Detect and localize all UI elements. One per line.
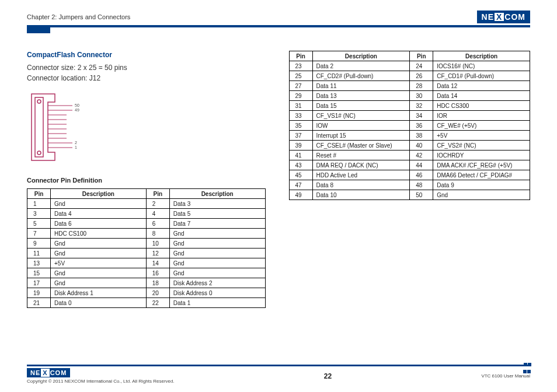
pin-cell: 45 xyxy=(289,170,312,180)
pin-cell: 48 xyxy=(410,180,433,190)
header-tab xyxy=(27,25,50,33)
pin-cell: 9 xyxy=(27,239,51,249)
pin-cell: 17 xyxy=(27,278,51,288)
logo-text-pre: NE xyxy=(482,12,494,22)
desc-cell: Disk Address 0 xyxy=(169,288,265,298)
desc-cell: Gnd xyxy=(169,239,265,249)
desc-cell: Data 7 xyxy=(169,219,265,229)
pin-cell: 2 xyxy=(146,199,169,209)
table-row: 25CF_CD2# (Pull-down)26CF_CD1# (Pull-dow… xyxy=(289,71,530,81)
pin-definition-heading: Connector Pin Definition xyxy=(27,177,266,184)
table-row: 5Data 66Data 7 xyxy=(27,219,266,229)
pin-cell: 28 xyxy=(410,81,433,91)
table-row: 39CF_CSEL# (Master or Slave)40CF_VS2# (N… xyxy=(289,141,530,150)
pin-cell: 7 xyxy=(27,229,51,239)
desc-cell: HDC CS100 xyxy=(51,229,147,239)
desc-cell: IOW xyxy=(312,121,410,131)
pin-cell: 36 xyxy=(410,121,433,131)
pin-cell: 50 xyxy=(410,190,433,200)
footer-ornament xyxy=(523,360,531,374)
pin-cell: 18 xyxy=(146,278,169,288)
desc-cell: Data 9 xyxy=(433,180,530,190)
table-row: 35IOW36CF_WE# (+5V) xyxy=(289,121,530,131)
desc-cell: CF_CD1# (Pull-down) xyxy=(433,71,530,81)
pin-cell: 40 xyxy=(410,141,433,150)
desc-cell: Gnd xyxy=(51,199,147,209)
table-row: 3Data 44Data 5 xyxy=(27,209,266,219)
pin-cell: 49 xyxy=(289,190,312,200)
pin-cell: 41 xyxy=(289,150,312,160)
table-row: 7HDC CS1008Gnd xyxy=(27,229,266,239)
th-desc: Description xyxy=(51,189,147,199)
pin-cell: 15 xyxy=(27,268,51,278)
pin-cell: 8 xyxy=(146,229,169,239)
svg-point-1 xyxy=(37,100,41,103)
desc-cell: Reset # xyxy=(312,150,410,160)
desc-cell: Data 3 xyxy=(169,199,265,209)
desc-cell: CF_WE# (+5V) xyxy=(433,121,530,131)
desc-cell: Gnd xyxy=(433,190,530,200)
footer-rule xyxy=(27,365,530,366)
pin-cell: 1 xyxy=(27,199,51,209)
th-pin: Pin xyxy=(410,51,433,61)
pin-cell: 37 xyxy=(289,131,312,141)
nexcom-logo-top: NEXCOM xyxy=(477,10,530,23)
desc-cell: Gnd xyxy=(51,239,147,249)
pin-table-left: Pin Description Pin Description 1Gnd2Dat… xyxy=(27,188,266,308)
desc-cell: +5V xyxy=(433,131,530,141)
table-row: 9Gnd10Gnd xyxy=(27,239,266,249)
pin-cell: 14 xyxy=(146,258,169,268)
pin-cell: 10 xyxy=(146,239,169,249)
th-pin: Pin xyxy=(289,51,312,61)
desc-cell: Gnd xyxy=(169,268,265,278)
table-row: 1Gnd2Data 3 xyxy=(27,199,266,209)
desc-cell: CF_CD2# (Pull-down) xyxy=(312,71,410,81)
diagram-label-1: 1 xyxy=(75,145,77,149)
pin-cell: 20 xyxy=(146,288,169,298)
pin-cell: 43 xyxy=(289,160,312,170)
logo-text-post: COM xyxy=(50,369,67,376)
pin-cell: 24 xyxy=(410,61,433,71)
desc-cell: HDD Active Led xyxy=(312,170,410,180)
copyright-text: Copyright © 2011 NEXCOM International Co… xyxy=(27,379,175,384)
diagram-label-2: 2 xyxy=(75,141,77,145)
desc-cell: Disk Address 2 xyxy=(169,278,265,288)
table-row: 45HDD Active Led46DMA66 Detect / CF_PDIA… xyxy=(289,170,530,180)
pin-cell: 12 xyxy=(146,249,169,258)
table-row: 15Gnd16Gnd xyxy=(27,268,266,278)
desc-cell: Disk Address 1 xyxy=(51,288,147,298)
pin-cell: 39 xyxy=(289,141,312,150)
pin-cell: 31 xyxy=(289,101,312,111)
pin-cell: 44 xyxy=(410,160,433,170)
logo-text-mid: X xyxy=(495,13,504,21)
pin-cell: 46 xyxy=(410,170,433,180)
diagram-label-49: 49 xyxy=(75,108,79,112)
desc-cell: Data 0 xyxy=(51,298,147,308)
desc-cell: IOCHRDY xyxy=(433,150,530,160)
pin-cell: 19 xyxy=(27,288,51,298)
pin-cell: 5 xyxy=(27,219,51,229)
svg-point-2 xyxy=(37,151,41,155)
logo-text-pre: NE xyxy=(30,369,40,376)
section-title: CompactFlash Connector xyxy=(27,51,266,59)
diagram-label-50: 50 xyxy=(75,103,79,107)
pin-cell: 23 xyxy=(289,61,312,71)
table-row: 27Data 1128Data 12 xyxy=(289,81,530,91)
logo-text-mid: X xyxy=(41,369,49,377)
desc-cell: Data 10 xyxy=(312,190,410,200)
desc-cell: CF_CSEL# (Master or Slave) xyxy=(312,141,410,150)
table-row: 29Data 1330Data 14 xyxy=(289,91,530,101)
desc-cell: Data 14 xyxy=(433,91,530,101)
pin-cell: 42 xyxy=(410,150,433,160)
pin-table-right: Pin Description Pin Description 23Data 2… xyxy=(289,51,530,200)
logo-text-post: COM xyxy=(504,12,525,22)
desc-cell: HDC CS300 xyxy=(433,101,530,111)
table-row: 11Gnd12Gnd xyxy=(27,249,266,258)
desc-cell: Data 13 xyxy=(312,91,410,101)
pin-cell: 47 xyxy=(289,180,312,190)
th-pin: Pin xyxy=(27,189,51,199)
table-row: 43DMA REQ / DACK (NC)44DMA ACK# /CF_REG#… xyxy=(289,160,530,170)
table-row: 41Reset #42IOCHRDY xyxy=(289,150,530,160)
connector-location: Connector location: J12 xyxy=(27,73,266,83)
pin-cell: 33 xyxy=(289,111,312,121)
